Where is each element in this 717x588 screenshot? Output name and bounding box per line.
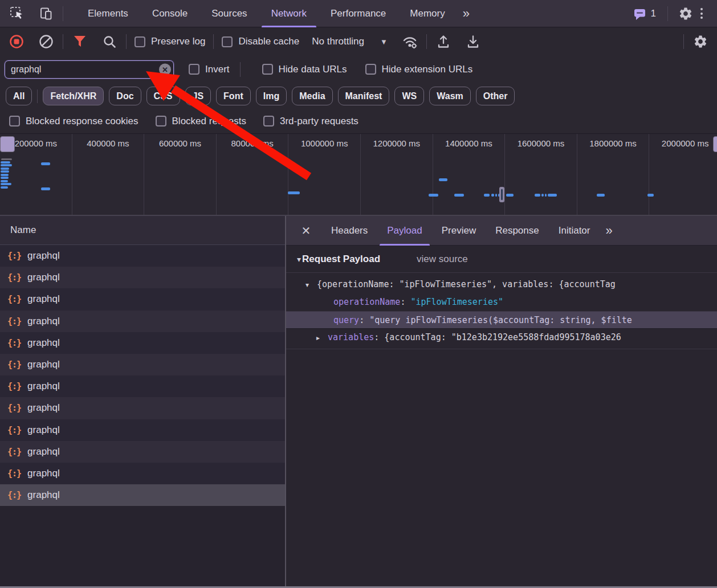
issues-counter[interactable]: 1 <box>633 7 656 21</box>
divider <box>37 89 38 103</box>
request-row[interactable]: {:} graphql <box>0 354 285 375</box>
detail-tab[interactable]: Payload <box>377 216 431 246</box>
request-row[interactable]: {:} graphql <box>0 288 285 310</box>
timeline-column: 1600000 ms <box>505 134 577 215</box>
type-filter-pill[interactable]: Font <box>216 87 251 105</box>
checkbox-box[interactable] <box>9 116 20 126</box>
type-filter-pill[interactable]: Media <box>292 87 332 105</box>
request-payload-header: ▾ Request Payload view source <box>286 246 717 273</box>
collapse-triangle-icon[interactable]: ▾ <box>297 255 301 264</box>
type-filter-pill[interactable]: Doc <box>109 87 141 105</box>
clear-filter-icon[interactable]: ✕ <box>159 63 171 75</box>
request-row[interactable]: {:} graphql <box>0 332 285 354</box>
request-row[interactable]: {:} graphql <box>0 375 285 397</box>
kebab-menu-icon[interactable] <box>694 8 709 19</box>
checkbox-box[interactable] <box>189 64 199 75</box>
divider <box>667 6 668 21</box>
timeline-column: 2000000 ms <box>649 134 717 215</box>
panel-divider[interactable] <box>285 216 286 586</box>
settings-gear-icon[interactable] <box>677 5 694 22</box>
filter-row: ✕ Invert Hide data URLs Hide extension U… <box>0 55 717 83</box>
disable-cache-label: Disable cache <box>238 36 299 47</box>
devtools-tab[interactable]: Console <box>140 0 199 27</box>
divider <box>63 6 63 21</box>
preserve-log-checkbox[interactable]: Preserve log <box>135 36 205 47</box>
divider <box>240 62 241 77</box>
json-braces-icon: {:} <box>7 447 21 457</box>
more-tabs-icon[interactable]: » <box>463 6 469 21</box>
device-toolbar-icon[interactable] <box>38 5 55 22</box>
network-conditions-icon[interactable] <box>401 33 418 50</box>
detail-tab[interactable]: Preview <box>432 216 486 246</box>
type-filter-pill[interactable]: Manifest <box>338 87 390 105</box>
payload-line[interactable]: operationName: "ipFlowTimeseries" <box>286 293 717 311</box>
timeline-column: 1800000 ms <box>577 134 650 215</box>
detail-tab[interactable]: Headers <box>321 216 377 246</box>
request-row[interactable]: {:} graphql <box>0 311 285 332</box>
filter-input[interactable] <box>5 60 174 79</box>
import-har-icon[interactable] <box>435 33 452 50</box>
type-filter-all[interactable]: All <box>6 87 32 105</box>
type-filter-pill[interactable]: Wasm <box>429 87 471 105</box>
devtools-tab[interactable]: Sources <box>199 0 259 27</box>
timeline-column: 800000 ms <box>217 134 289 215</box>
filter-funnel-icon[interactable] <box>71 33 88 50</box>
network-settings-gear-icon[interactable] <box>692 33 709 50</box>
request-row[interactable]: {:} graphql <box>0 267 285 288</box>
search-icon[interactable] <box>101 33 118 50</box>
detail-tabbar: ✕ Headers Payload Preview Response Initi… <box>286 216 717 246</box>
request-row[interactable]: {:} graphql <box>0 463 285 484</box>
request-row[interactable]: {:} graphql <box>0 245 285 267</box>
checkbox-box[interactable] <box>262 64 273 75</box>
timeline-column: 200000 ms <box>0 134 72 215</box>
payload-line[interactable]: ▾{operationName: "ipFlowTimeseries", var… <box>286 276 717 293</box>
hide-extension-urls-checkbox[interactable]: Hide extension URLs <box>365 64 473 75</box>
close-icon[interactable]: ✕ <box>296 221 316 240</box>
checkbox-box[interactable] <box>156 116 166 126</box>
disable-cache-checkbox[interactable]: Disable cache <box>222 36 299 47</box>
checkbox-box[interactable] <box>135 36 145 47</box>
invert-checkbox[interactable]: Invert <box>189 64 230 75</box>
request-payload-title: Request Payload <box>302 254 380 265</box>
clear-network-log-icon[interactable] <box>38 33 55 50</box>
json-braces-icon: {:} <box>7 316 21 326</box>
throttling-dropdown[interactable]: No throttling ▼ <box>312 36 388 47</box>
checkbox-box[interactable] <box>365 64 376 75</box>
filter-checkbox[interactable]: Blocked response cookies <box>9 116 138 127</box>
request-row[interactable]: {:} graphql <box>0 441 285 463</box>
request-row[interactable]: {:} graphql <box>0 419 285 441</box>
type-filter-pill[interactable]: CSS <box>146 87 180 105</box>
payload-lines[interactable]: ▾{operationName: "ipFlowTimeseries", var… <box>286 273 717 349</box>
inspect-element-icon[interactable] <box>8 5 25 22</box>
type-filter-pill[interactable]: WS <box>394 87 424 105</box>
detail-tab[interactable]: Response <box>486 216 549 246</box>
devtools-tab[interactable]: Elements <box>76 0 140 27</box>
request-row[interactable]: {:} graphql <box>0 397 285 419</box>
more-detail-tabs-icon[interactable]: » <box>605 223 611 238</box>
devtools-tab[interactable]: Network <box>259 0 319 27</box>
filter-checkbox[interactable]: 3rd-party requests <box>263 116 358 127</box>
type-filter-pill[interactable]: Fetch/XHR <box>43 87 104 105</box>
network-overview-timeline[interactable]: 200000 ms 400000 ms 600000 ms 800000 ms … <box>0 133 717 216</box>
request-list: {:} graphql {:} graphql {:} graphql {:} … <box>0 245 285 506</box>
timeline-column: 600000 ms <box>144 134 217 215</box>
checkbox-box[interactable] <box>263 116 274 126</box>
requests-panel: Name {:} graphql {:} graphql {:} graphql… <box>0 216 285 586</box>
payload-line[interactable]: ▸variables: {accountTag: "b12e3b2192ee55… <box>286 329 717 346</box>
record-network-log-icon[interactable] <box>8 33 25 50</box>
detail-tab[interactable]: Initiator <box>549 216 600 246</box>
request-row[interactable]: {:} graphql <box>0 484 285 506</box>
hide-data-urls-checkbox[interactable]: Hide data URLs <box>262 64 347 75</box>
type-filter-pill[interactable]: Other <box>476 87 515 105</box>
type-filter-pill[interactable]: JS <box>185 87 211 105</box>
type-filter-pill[interactable]: Img <box>256 87 287 105</box>
devtools-tabbar: Elements Console Sources Network Perform… <box>0 0 717 27</box>
view-source-link[interactable]: view source <box>417 254 468 265</box>
checkbox-box[interactable] <box>222 36 233 47</box>
devtools-tab[interactable]: Performance <box>319 0 398 27</box>
payload-line[interactable]: query: "query ipFlowTimeseries($accountT… <box>286 311 717 329</box>
name-column-header[interactable]: Name <box>0 216 285 245</box>
export-har-icon[interactable] <box>465 33 482 50</box>
filter-checkbox[interactable]: Blocked requests <box>156 116 246 127</box>
devtools-tab[interactable]: Memory <box>398 0 457 27</box>
